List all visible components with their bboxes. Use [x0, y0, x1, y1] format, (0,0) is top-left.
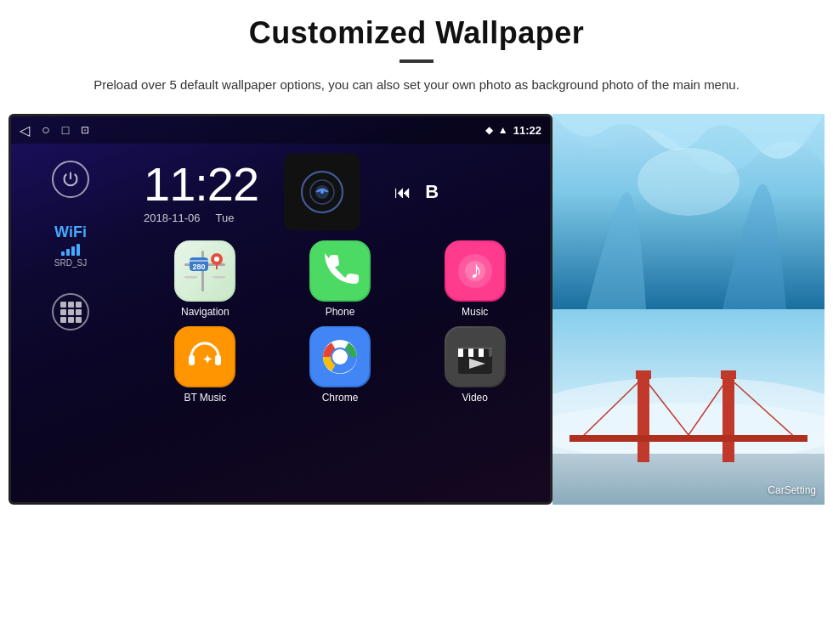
svg-point-26 [332, 349, 348, 364]
main-content: ◁ ○ □ ⊡ ◆ ▲ 11:22 [8, 114, 824, 505]
wifi-widget: WiFi SRD_SJ [54, 223, 87, 268]
home-icon[interactable]: ○ [42, 122, 50, 138]
bt-music-app-label: BT Music [184, 392, 226, 404]
wifi-ssid: SRD_SJ [54, 258, 87, 268]
svg-text:280: 280 [193, 263, 206, 271]
app-item-phone[interactable]: Phone [277, 240, 404, 318]
wifi-signal-bars [61, 244, 80, 256]
power-button[interactable] [52, 161, 89, 198]
app-item-video[interactable]: Video [411, 326, 538, 404]
clock-section: 11:22 2018-11-06 Tue [130, 144, 550, 235]
wallpaper-thumb-bridge[interactable]: CarSetting [552, 309, 824, 505]
svg-rect-52 [721, 370, 736, 379]
wifi-bar-1 [61, 251, 65, 256]
navigation-app-icon: 280 [174, 240, 235, 302]
phone-app-icon [309, 240, 371, 302]
wifi-label: WiFi [54, 223, 87, 241]
clock-date-value: 2018-11-06 [144, 212, 201, 224]
media-controls: ⏮ B [394, 181, 439, 203]
apps-grid-icon [60, 302, 82, 323]
android-screen: ◁ ○ □ ⊡ ◆ ▲ 11:22 [8, 114, 552, 505]
svg-rect-45 [722, 377, 734, 462]
svg-rect-20 [189, 355, 195, 365]
svg-point-2 [320, 190, 324, 194]
video-app-icon [445, 326, 506, 387]
clock-day: Tue [216, 212, 235, 224]
svg-text:✦: ✦ [202, 353, 212, 366]
svg-rect-21 [215, 355, 221, 365]
prev-track-icon[interactable]: ⏮ [394, 183, 411, 202]
app-item-chrome[interactable]: Chrome [277, 326, 404, 404]
left-sidebar: WiFi SRD_SJ [11, 144, 130, 502]
wifi-bar-2 [66, 249, 70, 256]
music-app-label: Music [462, 306, 488, 318]
music-app-icon: ♪ [445, 240, 506, 302]
svg-rect-44 [638, 377, 649, 462]
status-bar: ◁ ○ □ ⊡ ◆ ▲ 11:22 [11, 116, 550, 144]
navigation-app-label: Navigation [181, 306, 230, 318]
video-app-label: Video [462, 392, 487, 404]
wifi-icon: ▲ [498, 124, 508, 136]
page-description: Preload over 5 default wallpaper options… [94, 75, 740, 95]
apps-button[interactable] [52, 293, 89, 330]
recents-icon[interactable]: □ [62, 123, 69, 137]
track-label: B [425, 181, 439, 203]
page-title: Customized Wallpaper [249, 15, 585, 51]
svg-rect-50 [570, 435, 808, 442]
back-icon[interactable]: ◁ [20, 122, 30, 138]
svg-rect-7 [212, 276, 225, 279]
svg-rect-6 [184, 276, 197, 279]
svg-rect-14 [311, 242, 369, 300]
clock-time: 11:22 [144, 161, 258, 208]
media-widget [284, 154, 360, 230]
screenshot-icon[interactable]: ⊡ [81, 124, 89, 136]
car-setting-label: CarSetting [768, 484, 816, 496]
svg-rect-51 [636, 370, 651, 379]
chrome-app-label: Chrome [322, 392, 359, 404]
wallpaper-thumbnails: CarSetting [552, 114, 824, 505]
chrome-app-icon [309, 326, 371, 387]
status-bar-right: ◆ ▲ 11:22 [485, 124, 541, 137]
app-item-music[interactable]: ♪ Music [411, 240, 538, 318]
wifi-bar-3 [71, 246, 75, 256]
svg-point-39 [638, 148, 740, 216]
title-divider [400, 59, 434, 63]
app-grid: 280 Navigation [130, 235, 550, 409]
svg-text:♪: ♪ [470, 257, 482, 283]
app-item-bt-music[interactable]: ✦ BT Music [142, 326, 269, 404]
app-item-navigation[interactable]: 280 Navigation [142, 240, 269, 318]
svg-rect-34 [473, 348, 479, 357]
svg-rect-43 [552, 454, 824, 505]
status-time: 11:22 [513, 124, 541, 137]
svg-point-12 [214, 257, 219, 262]
phone-app-label: Phone [326, 306, 355, 318]
page-wrapper: Customized Wallpaper Preload over 5 defa… [0, 0, 833, 505]
bt-music-app-icon: ✦ [174, 326, 235, 387]
svg-rect-33 [463, 348, 468, 357]
clock-info: 11:22 2018-11-06 Tue [144, 161, 258, 224]
wifi-bar-4 [76, 244, 80, 256]
wallpaper-thumb-ice[interactable] [552, 114, 824, 309]
nav-buttons: ◁ ○ □ ⊡ [20, 122, 89, 138]
location-icon: ◆ [485, 124, 493, 136]
svg-rect-35 [484, 348, 489, 357]
clock-date: 2018-11-06 Tue [144, 212, 258, 224]
main-area: 11:22 2018-11-06 Tue [130, 144, 550, 502]
media-icon [301, 171, 343, 213]
